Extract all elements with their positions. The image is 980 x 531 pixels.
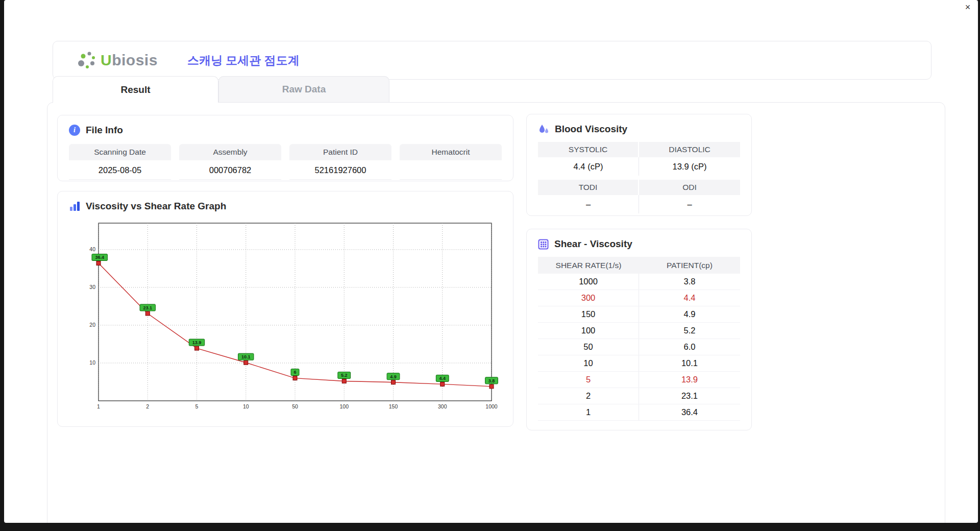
svg-text:6: 6 [293, 370, 296, 375]
svg-text:4.9: 4.9 [390, 374, 397, 379]
svg-text:1: 1 [97, 403, 100, 409]
content-panel: i File Info Scanning Date 2025-08-05 Ass… [47, 102, 945, 523]
close-button[interactable]: × [962, 1, 974, 13]
field-label: Hematocrit [400, 144, 502, 160]
svg-text:5.2: 5.2 [341, 373, 348, 378]
table-row: 150 4.9 [538, 306, 740, 323]
patient-cell: 3.8 [639, 274, 740, 289]
blood-viscosity-grid: SYSTOLIC DIASTOLIC 4.4 (cP) 13.9 (cP) TO… [538, 142, 740, 213]
svg-text:2: 2 [146, 403, 149, 409]
svg-text:1000: 1000 [485, 403, 498, 409]
blood-viscosity-title-text: Blood Viscosity [555, 124, 627, 135]
table-row: 100 5.2 [538, 323, 740, 339]
table-row: 2 23.1 [538, 388, 740, 404]
svg-text:40: 40 [89, 246, 95, 252]
odi-value: – [639, 195, 740, 213]
shear-cell: 1000 [538, 274, 639, 289]
todi-label: TODI [538, 180, 639, 195]
field-label: Patient ID [289, 144, 391, 160]
table-header-row: SHEAR RATE(1/s) PATIENT(cp) [538, 257, 740, 274]
systolic-label: SYSTOLIC [538, 142, 639, 157]
svg-text:50: 50 [292, 403, 298, 409]
shear-cell: 300 [538, 290, 639, 306]
shear-viscosity-title: Shear - Viscosity [538, 238, 740, 250]
viscosity-chart-wrap: 102030401251050100150300100036.423.113.9… [83, 219, 502, 416]
diastolic-value: 13.9 (cP) [639, 157, 740, 176]
header-card: Ubiosis 스캐닝 모세관 점도계 [53, 41, 932, 80]
table-row: 5 13.9 [538, 372, 740, 388]
app-window: × Ubiosis 스캐닝 모세관 점도계 Result Raw Data [4, 0, 978, 523]
field-value: 000706782 [179, 160, 281, 180]
patient-cell: 10.1 [639, 355, 740, 371]
systolic-value: 4.4 (cP) [538, 157, 639, 176]
tab-raw-data[interactable]: Raw Data [218, 76, 389, 102]
info-icon: i [69, 125, 80, 136]
app-title: 스캐닝 모세관 점도계 [187, 53, 300, 68]
table-row: 50 6.0 [538, 339, 740, 355]
col-patient: PATIENT(cp) [639, 257, 740, 274]
field-scanning-date: Scanning Date 2025-08-05 [69, 144, 171, 180]
table-row: 300 4.4 [538, 290, 740, 306]
graph-title-text: Viscosity vs Shear Rate Graph [86, 201, 226, 212]
svg-text:100: 100 [339, 403, 349, 409]
shear-cell: 1 [538, 404, 639, 420]
table-row: 10 10.1 [538, 355, 740, 372]
patient-cell: 4.4 [639, 290, 740, 306]
bar-chart-icon [69, 201, 80, 212]
divider [538, 176, 740, 180]
svg-text:150: 150 [389, 403, 398, 409]
shear-cell: 2 [538, 388, 639, 404]
field-label: Scanning Date [69, 144, 171, 160]
ubiosis-logo-icon [76, 50, 97, 71]
svg-text:20: 20 [89, 322, 95, 328]
field-value: 2025-08-05 [69, 160, 171, 180]
svg-text:10: 10 [89, 359, 95, 366]
table-row: 1000 3.8 [538, 274, 740, 290]
shear-cell: 150 [538, 306, 639, 322]
patient-cell: 23.1 [639, 388, 740, 404]
odi-label: ODI [639, 180, 740, 195]
shear-cell: 10 [538, 355, 639, 371]
tab-result[interactable]: Result [53, 76, 218, 103]
brand-text: Ubiosis [101, 52, 158, 69]
blood-viscosity-card: Blood Viscosity SYSTOLIC DIASTOLIC 4.4 (… [526, 114, 752, 216]
svg-text:13.9: 13.9 [192, 340, 202, 345]
field-assembly: Assembly 000706782 [179, 144, 281, 180]
col-shear-rate: SHEAR RATE(1/s) [538, 257, 639, 274]
shear-viscosity-table: SHEAR RATE(1/s) PATIENT(cp) 1000 3.8 300… [538, 257, 740, 421]
field-value: 52161927600 [289, 160, 391, 180]
patient-cell: 4.9 [639, 306, 740, 322]
brand-rest: biosis [112, 52, 158, 68]
blood-viscosity-title: Blood Viscosity [538, 124, 740, 135]
shear-viscosity-card: Shear - Viscosity SHEAR RATE(1/s) PATIEN… [526, 229, 752, 430]
graph-title: Viscosity vs Shear Rate Graph [69, 201, 502, 212]
field-label: Assembly [179, 144, 281, 160]
svg-text:23.1: 23.1 [143, 305, 152, 310]
patient-cell: 5.2 [639, 323, 740, 339]
patient-cell: 6.0 [639, 339, 740, 355]
svg-text:36.4: 36.4 [95, 255, 104, 260]
patient-cell: 13.9 [639, 372, 740, 388]
diastolic-label: DIASTOLIC [639, 142, 740, 157]
graph-card: Viscosity vs Shear Rate Graph 1020304012… [57, 191, 513, 427]
svg-text:5: 5 [195, 403, 199, 409]
field-hematocrit: Hematocrit [400, 144, 502, 180]
svg-text:10.1: 10.1 [241, 354, 251, 359]
file-info-title: i File Info [69, 125, 502, 136]
table-row: 1 36.4 [538, 404, 740, 421]
file-info-title-text: File Info [86, 125, 123, 136]
shear-cell: 5 [538, 372, 639, 388]
svg-text:10: 10 [243, 403, 249, 409]
grid-calculator-icon [538, 239, 549, 250]
file-info-fields: Scanning Date 2025-08-05 Assembly 000706… [69, 144, 502, 180]
field-patient-id: Patient ID 52161927600 [289, 144, 391, 180]
todi-value: – [538, 195, 639, 213]
svg-text:4.4: 4.4 [439, 376, 446, 381]
svg-text:3.8: 3.8 [488, 378, 495, 383]
water-drop-icon [538, 124, 549, 135]
patient-cell: 36.4 [639, 404, 740, 420]
brand-logo: Ubiosis [76, 50, 158, 71]
field-value [400, 160, 502, 180]
shear-cell: 50 [538, 339, 639, 355]
svg-text:300: 300 [438, 403, 447, 409]
